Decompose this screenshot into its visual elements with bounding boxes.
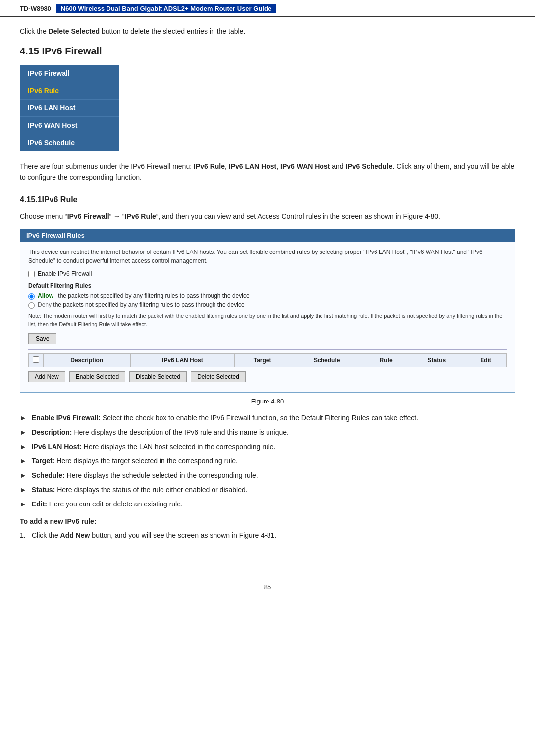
page-header: TD-W8980 N600 Wireless Dual Band Gigabit… bbox=[0, 0, 535, 17]
choose-ipv6-firewall: IPv6 Firewall bbox=[67, 212, 109, 220]
allow-radio[interactable] bbox=[28, 293, 35, 300]
delete-selected-button[interactable]: Delete Selected bbox=[191, 371, 246, 382]
ipv6-firewall-menu: IPv6 Firewall IPv6 Rule IPv6 LAN Host IP… bbox=[20, 65, 119, 151]
bullet-description: ► Description: Here displays the descrip… bbox=[20, 427, 515, 438]
figure-caption: Figure 4-80 bbox=[20, 398, 515, 405]
bullet-arrow-7: ► bbox=[20, 499, 27, 509]
bullet-target: ► Target: Here displays the target selec… bbox=[20, 456, 515, 466]
bullet-arrow-6: ► bbox=[20, 485, 27, 495]
desc-ipv6-wan-host: IPv6 WAN Host bbox=[280, 162, 330, 170]
description-paragraph: There are four submenus under the IPv6 F… bbox=[20, 161, 515, 183]
bullet-status: ► Status: Here displays the status of th… bbox=[20, 485, 515, 495]
add-rule-heading: To add a new IPv6 rule: bbox=[20, 517, 515, 525]
bullet-schedule: ► Schedule: Here displays the schedule s… bbox=[20, 470, 515, 481]
firewall-rules-table: Description IPv6 LAN Host Target Schedul… bbox=[28, 353, 507, 367]
subsection-number: 4.15.1 bbox=[20, 195, 42, 203]
bullet-target-text: Target: Here displays the target selecte… bbox=[32, 456, 238, 466]
bullet-edit-text: Edit: Here you can edit or delete an exi… bbox=[32, 499, 183, 509]
col-checkbox bbox=[29, 354, 44, 367]
menu-item-ipv6-firewall[interactable]: IPv6 Firewall bbox=[20, 65, 119, 82]
menu-item-ipv6-wan-host[interactable]: IPv6 WAN Host bbox=[20, 117, 119, 134]
desc-ipv6-lan-host: IPv6 LAN Host bbox=[229, 162, 276, 170]
feature-bullet-list: ► Enable IPv6 Firewall: Select the check… bbox=[20, 413, 515, 509]
col-edit: Edit bbox=[465, 354, 507, 367]
deny-radio[interactable] bbox=[28, 302, 35, 309]
subsection-heading: 4.15.1IPv6 Rule bbox=[20, 195, 515, 204]
bullet-arrow-4: ► bbox=[20, 456, 27, 466]
rules-box-description: This device can restrict the internet be… bbox=[28, 248, 507, 265]
rules-box-header: IPv6 Firewall Rules bbox=[20, 229, 515, 242]
section-heading: 4.15 IPv6 Firewall bbox=[20, 46, 515, 57]
bullet-edit: ► Edit: Here you can edit or delete an e… bbox=[20, 499, 515, 509]
bullet-lan-host-text: IPv6 LAN Host: Here displays the LAN hos… bbox=[32, 442, 276, 452]
note-text: Note: The modem router will first try to… bbox=[28, 312, 507, 328]
step-1-number: 1. bbox=[20, 530, 32, 541]
choose-paragraph: Choose menu “IPv6 Firewall” → “IPv6 Rule… bbox=[20, 211, 515, 222]
deny-radio-row: Deny the packets not specified by any fi… bbox=[28, 302, 507, 309]
col-rule: Rule bbox=[364, 354, 409, 367]
bullet-arrow-1: ► bbox=[20, 413, 27, 423]
bullet-schedule-text: Schedule: Here displays the schedule sel… bbox=[32, 470, 258, 481]
guide-title: N600 Wireless Dual Band Gigabit ADSL2+ M… bbox=[56, 4, 276, 13]
table-header-row: Description IPv6 LAN Host Target Schedul… bbox=[29, 354, 507, 367]
filter-rules-label: Default Filtering Rules bbox=[28, 282, 507, 289]
col-schedule: Schedule bbox=[290, 354, 364, 367]
choose-ipv6-rule: IPv6 Rule bbox=[125, 212, 156, 220]
rules-box-body: This device can restrict the internet be… bbox=[20, 242, 515, 392]
bullet-arrow-5: ► bbox=[20, 470, 27, 481]
delete-selected-bold: Delete Selected bbox=[49, 27, 100, 35]
select-all-checkbox[interactable] bbox=[33, 356, 39, 363]
menu-item-ipv6-schedule[interactable]: IPv6 Schedule bbox=[20, 134, 119, 151]
save-button[interactable]: Save bbox=[28, 333, 56, 344]
enable-selected-button[interactable]: Enable Selected bbox=[69, 371, 125, 382]
step-1-text: Click the Add New button, and you will s… bbox=[32, 530, 276, 541]
add-rule-steps: 1. Click the Add New button, and you wil… bbox=[20, 530, 515, 541]
col-target: Target bbox=[235, 354, 290, 367]
bullet-enable-firewall: ► Enable IPv6 Firewall: Select the check… bbox=[20, 413, 515, 423]
add-new-button[interactable]: Add New bbox=[28, 371, 65, 382]
add-new-bold: Add New bbox=[60, 531, 90, 539]
allow-label-text: the packets not specified by any filteri… bbox=[58, 292, 249, 299]
firewall-rules-box: IPv6 Firewall Rules This device can rest… bbox=[20, 229, 515, 393]
bullet-description-text: Description: Here displays the descripti… bbox=[32, 427, 289, 438]
bullet-status-text: Status: Here displays the status of the … bbox=[32, 485, 248, 495]
intro-paragraph: Click the Delete Selected button to dele… bbox=[20, 26, 515, 37]
bullet-arrow-3: ► bbox=[20, 442, 27, 452]
col-status: Status bbox=[409, 354, 465, 367]
subsection-title: IPv6 Rule bbox=[42, 195, 77, 203]
deny-label-text: Deny the packets not specified by any fi… bbox=[38, 302, 245, 308]
col-description: Description bbox=[44, 354, 131, 367]
col-ipv6-lan-host: IPv6 LAN Host bbox=[130, 354, 235, 367]
section-number: 4.15 bbox=[20, 46, 39, 56]
main-content: Click the Delete Selected button to dele… bbox=[0, 26, 535, 568]
enable-firewall-row: Enable IPv6 Firewall bbox=[28, 270, 507, 277]
page-number: 85 bbox=[0, 583, 535, 591]
bullet-arrow-2: ► bbox=[20, 427, 27, 438]
bullet-ipv6-lan-host: ► IPv6 LAN Host: Here displays the LAN h… bbox=[20, 442, 515, 452]
desc-ipv6-schedule: IPv6 Schedule bbox=[346, 162, 393, 170]
menu-item-ipv6-rule[interactable]: IPv6 Rule bbox=[20, 82, 119, 100]
table-action-buttons: Add New Enable Selected Disable Selected… bbox=[28, 371, 507, 386]
menu-item-ipv6-lan-host[interactable]: IPv6 LAN Host bbox=[20, 100, 119, 117]
allow-radio-row: Allow the packets not specified by any f… bbox=[28, 292, 507, 300]
disable-selected-button[interactable]: Disable Selected bbox=[129, 371, 187, 382]
step-1: 1. Click the Add New button, and you wil… bbox=[20, 530, 515, 541]
enable-firewall-label: Enable IPv6 Firewall bbox=[38, 270, 92, 277]
desc-ipv6-rule: IPv6 Rule bbox=[194, 162, 225, 170]
model-number: TD-W8980 bbox=[20, 5, 51, 12]
bullet-enable-text: Enable IPv6 Firewall: Select the check b… bbox=[32, 413, 418, 423]
enable-firewall-checkbox[interactable] bbox=[28, 271, 35, 277]
section-title: IPv6 Firewall bbox=[42, 46, 102, 56]
allow-label-green: Allow bbox=[38, 292, 55, 299]
firewall-table-section: Description IPv6 LAN Host Target Schedul… bbox=[28, 349, 507, 386]
